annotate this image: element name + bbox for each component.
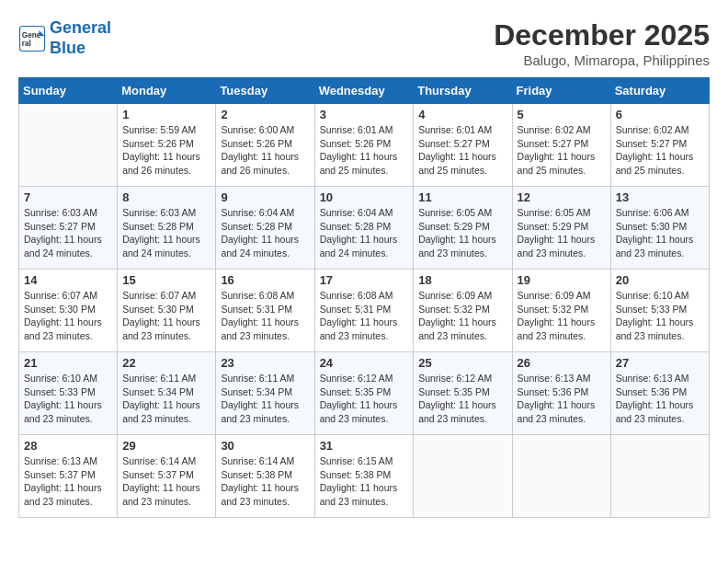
calendar-cell: 31Sunrise: 6:15 AM Sunset: 5:38 PM Dayli… [314, 435, 414, 518]
calendar-cell: 30Sunrise: 6:14 AM Sunset: 5:38 PM Dayli… [216, 435, 314, 518]
calendar-cell: 16Sunrise: 6:08 AM Sunset: 5:31 PM Dayli… [216, 270, 314, 352]
day-info: Sunrise: 6:05 AM Sunset: 5:29 PM Dayligh… [418, 206, 506, 260]
day-number: 8 [122, 190, 210, 204]
weekday-header-row: SundayMondayTuesdayWednesdayThursdayFrid… [19, 78, 710, 104]
month-title: December 2025 [494, 18, 710, 52]
logo-icon: Gene- ral [18, 25, 46, 52]
day-info: Sunrise: 6:08 AM Sunset: 5:31 PM Dayligh… [221, 289, 309, 343]
calendar-week-row: 1Sunrise: 5:59 AM Sunset: 5:26 PM Daylig… [19, 104, 710, 187]
calendar-cell: 29Sunrise: 6:14 AM Sunset: 5:37 PM Dayli… [118, 435, 216, 518]
calendar-cell: 26Sunrise: 6:13 AM Sunset: 5:36 PM Dayli… [512, 352, 610, 435]
title-area: December 2025 Balugo, Mimaropa, Philippi… [494, 18, 710, 68]
calendar-cell: 20Sunrise: 6:10 AM Sunset: 5:33 PM Dayli… [610, 270, 709, 352]
weekday-header-wednesday: Wednesday [314, 78, 414, 104]
calendar-week-row: 21Sunrise: 6:10 AM Sunset: 5:33 PM Dayli… [19, 352, 710, 435]
day-info: Sunrise: 6:07 AM Sunset: 5:30 PM Dayligh… [24, 289, 112, 343]
day-number: 4 [418, 108, 506, 121]
day-info: Sunrise: 6:03 AM Sunset: 5:27 PM Dayligh… [24, 206, 112, 260]
day-info: Sunrise: 6:11 AM Sunset: 5:34 PM Dayligh… [221, 372, 309, 426]
weekday-header-saturday: Saturday [610, 78, 709, 104]
day-info: Sunrise: 6:13 AM Sunset: 5:37 PM Dayligh… [24, 454, 112, 509]
weekday-header-sunday: Sunday [19, 78, 118, 104]
day-info: Sunrise: 6:11 AM Sunset: 5:34 PM Dayligh… [122, 372, 210, 426]
day-info: Sunrise: 5:59 AM Sunset: 5:26 PM Dayligh… [122, 123, 210, 178]
day-info: Sunrise: 6:04 AM Sunset: 5:28 PM Dayligh… [221, 206, 309, 260]
calendar-cell [414, 435, 512, 518]
day-number: 16 [221, 273, 309, 287]
day-number: 11 [418, 190, 506, 204]
day-number: 19 [518, 273, 606, 287]
calendar-cell: 8Sunrise: 6:03 AM Sunset: 5:28 PM Daylig… [118, 187, 216, 270]
day-number: 27 [616, 356, 704, 370]
day-number: 21 [24, 356, 112, 370]
day-number: 29 [122, 439, 210, 453]
day-info: Sunrise: 6:01 AM Sunset: 5:27 PM Dayligh… [418, 123, 506, 178]
calendar-cell [19, 104, 118, 187]
calendar-cell: 25Sunrise: 6:12 AM Sunset: 5:35 PM Dayli… [414, 352, 512, 435]
calendar-cell: 22Sunrise: 6:11 AM Sunset: 5:34 PM Dayli… [118, 352, 216, 435]
day-info: Sunrise: 6:15 AM Sunset: 5:38 PM Dayligh… [320, 454, 409, 509]
weekday-header-friday: Friday [512, 78, 610, 104]
day-number: 5 [518, 108, 606, 121]
day-number: 12 [518, 190, 606, 204]
weekday-header-tuesday: Tuesday [216, 78, 314, 104]
day-number: 18 [418, 273, 506, 287]
calendar-cell: 21Sunrise: 6:10 AM Sunset: 5:33 PM Dayli… [19, 352, 118, 435]
calendar-cell: 14Sunrise: 6:07 AM Sunset: 5:30 PM Dayli… [19, 270, 118, 352]
logo: Gene- ral General Blue [18, 18, 111, 58]
day-info: Sunrise: 6:14 AM Sunset: 5:38 PM Dayligh… [221, 454, 309, 509]
calendar-week-row: 28Sunrise: 6:13 AM Sunset: 5:37 PM Dayli… [19, 435, 710, 518]
calendar-cell: 27Sunrise: 6:13 AM Sunset: 5:36 PM Dayli… [610, 352, 709, 435]
day-number: 22 [122, 356, 210, 370]
calendar-cell: 15Sunrise: 6:07 AM Sunset: 5:30 PM Dayli… [118, 270, 216, 352]
day-number: 28 [24, 439, 112, 453]
day-info: Sunrise: 6:03 AM Sunset: 5:28 PM Dayligh… [122, 206, 210, 260]
calendar-cell: 3Sunrise: 6:01 AM Sunset: 5:26 PM Daylig… [314, 104, 414, 187]
day-info: Sunrise: 6:08 AM Sunset: 5:31 PM Dayligh… [320, 289, 409, 343]
location: Balugo, Mimaropa, Philippines [494, 52, 710, 68]
day-number: 3 [320, 108, 409, 121]
day-number: 20 [616, 273, 704, 287]
day-number: 15 [122, 273, 210, 287]
day-number: 2 [221, 108, 309, 121]
day-number: 6 [616, 108, 704, 121]
day-number: 24 [320, 356, 409, 370]
calendar-cell: 13Sunrise: 6:06 AM Sunset: 5:30 PM Dayli… [610, 187, 709, 270]
day-info: Sunrise: 6:10 AM Sunset: 5:33 PM Dayligh… [616, 289, 704, 343]
day-info: Sunrise: 6:00 AM Sunset: 5:26 PM Dayligh… [221, 123, 309, 178]
calendar-cell: 2Sunrise: 6:00 AM Sunset: 5:26 PM Daylig… [216, 104, 314, 187]
calendar-cell: 18Sunrise: 6:09 AM Sunset: 5:32 PM Dayli… [414, 270, 512, 352]
day-info: Sunrise: 6:12 AM Sunset: 5:35 PM Dayligh… [418, 372, 506, 426]
day-number: 1 [122, 108, 210, 121]
day-info: Sunrise: 6:06 AM Sunset: 5:30 PM Dayligh… [616, 206, 704, 260]
day-number: 26 [518, 356, 606, 370]
calendar-cell: 17Sunrise: 6:08 AM Sunset: 5:31 PM Dayli… [314, 270, 414, 352]
day-number: 25 [418, 356, 506, 370]
calendar-cell: 5Sunrise: 6:02 AM Sunset: 5:27 PM Daylig… [512, 104, 610, 187]
calendar-cell [610, 435, 709, 518]
day-number: 30 [221, 439, 309, 453]
day-info: Sunrise: 6:13 AM Sunset: 5:36 PM Dayligh… [518, 372, 606, 426]
calendar-week-row: 14Sunrise: 6:07 AM Sunset: 5:30 PM Dayli… [19, 270, 710, 352]
calendar-cell: 1Sunrise: 5:59 AM Sunset: 5:26 PM Daylig… [118, 104, 216, 187]
calendar-cell: 10Sunrise: 6:04 AM Sunset: 5:28 PM Dayli… [314, 187, 414, 270]
calendar-week-row: 7Sunrise: 6:03 AM Sunset: 5:27 PM Daylig… [19, 187, 710, 270]
day-number: 7 [24, 190, 112, 204]
day-info: Sunrise: 6:07 AM Sunset: 5:30 PM Dayligh… [122, 289, 210, 343]
day-info: Sunrise: 6:14 AM Sunset: 5:37 PM Dayligh… [122, 454, 210, 509]
day-info: Sunrise: 6:01 AM Sunset: 5:26 PM Dayligh… [320, 123, 409, 178]
day-number: 10 [320, 190, 409, 204]
weekday-header-monday: Monday [118, 78, 216, 104]
day-info: Sunrise: 6:09 AM Sunset: 5:32 PM Dayligh… [418, 289, 506, 343]
calendar-cell: 28Sunrise: 6:13 AM Sunset: 5:37 PM Dayli… [19, 435, 118, 518]
day-number: 13 [616, 190, 704, 204]
day-info: Sunrise: 6:09 AM Sunset: 5:32 PM Dayligh… [518, 289, 606, 343]
day-info: Sunrise: 6:04 AM Sunset: 5:28 PM Dayligh… [320, 206, 409, 260]
calendar-cell: 19Sunrise: 6:09 AM Sunset: 5:32 PM Dayli… [512, 270, 610, 352]
day-number: 23 [221, 356, 309, 370]
calendar-cell: 24Sunrise: 6:12 AM Sunset: 5:35 PM Dayli… [314, 352, 414, 435]
day-info: Sunrise: 6:13 AM Sunset: 5:36 PM Dayligh… [616, 372, 704, 426]
day-number: 17 [320, 273, 409, 287]
svg-text:ral: ral [22, 39, 31, 47]
logo-text: General Blue [50, 18, 111, 58]
